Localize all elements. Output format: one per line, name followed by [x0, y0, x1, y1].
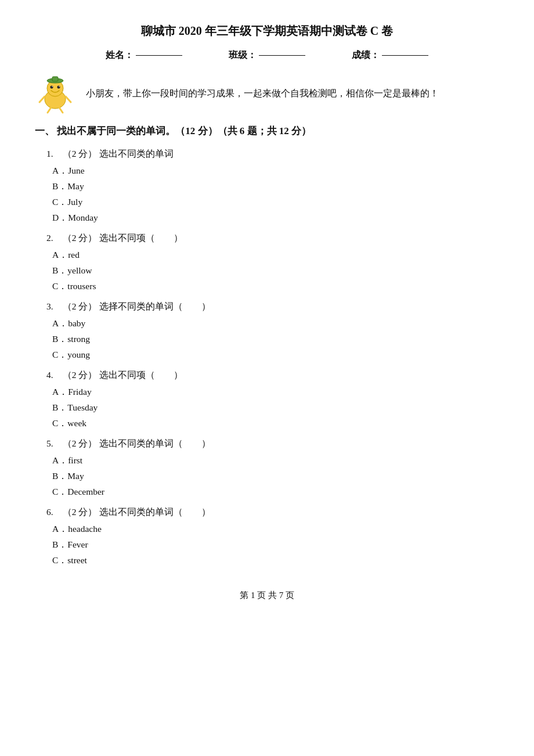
question-6-option-3: C．street — [52, 555, 499, 567]
question-5-option-3: C．December — [52, 486, 499, 498]
question-1: 1. （2 分） 选出不同类的单词A．JuneB．MayC．JulyD．Mond… — [46, 148, 499, 224]
class-field: 班级： — [229, 49, 305, 62]
mascot-row: 小朋友，带上你一段时间的学习成果，一起来做个自我检测吧，相信你一定是最棒的！ — [35, 73, 499, 114]
name-field: 姓名： — [106, 49, 182, 62]
name-label: 姓名： — [106, 49, 134, 62]
question-5-option-1: A．first — [52, 455, 499, 467]
intro-text: 小朋友，带上你一段时间的学习成果，一起来做个自我检测吧，相信你一定是最棒的！ — [86, 88, 439, 100]
page-footer: 第 1 页 共 7 页 — [35, 590, 499, 601]
name-underline — [136, 55, 182, 56]
svg-point-4 — [50, 86, 53, 89]
score-field: 成绩： — [352, 49, 428, 62]
question-1-option-2: B．May — [52, 181, 499, 193]
questions-container: 1. （2 分） 选出不同类的单词A．JuneB．MayC．JulyD．Mond… — [35, 148, 499, 567]
svg-point-7 — [59, 86, 60, 87]
section1-header: 一、 找出不属于同一类的单词。（12 分）（共 6 题；共 12 分） — [35, 124, 499, 138]
score-label: 成绩： — [352, 49, 380, 62]
svg-rect-3 — [52, 77, 58, 81]
question-2-option-3: C．trousers — [52, 280, 499, 293]
question-2: 2. （2 分） 选出不同项（ ）A．redB．yellowC．trousers — [46, 232, 499, 293]
question-4: 4. （2 分） 选出不同项（ ）A．FridayB．TuesdayC．week — [46, 369, 499, 430]
svg-line-8 — [39, 96, 45, 102]
question-5-option-2: B．May — [52, 470, 499, 483]
question-4-option-3: C．week — [52, 417, 499, 430]
question-3-option-1: A．baby — [52, 318, 499, 330]
question-6-option-1: A．headache — [52, 523, 499, 535]
svg-point-6 — [52, 86, 53, 87]
question-1-title: 1. （2 分） 选出不同类的单词 — [46, 148, 499, 160]
info-row: 姓名： 班级： 成绩： — [35, 49, 499, 62]
question-1-option-3: C．July — [52, 196, 499, 208]
question-6-title: 6. （2 分） 选出不同类的单词（ ） — [46, 506, 499, 519]
question-2-title: 2. （2 分） 选出不同项（ ） — [46, 232, 499, 244]
score-underline — [382, 55, 428, 56]
svg-line-10 — [48, 107, 51, 113]
mascot-image — [35, 73, 75, 114]
question-4-title: 4. （2 分） 选出不同项（ ） — [46, 369, 499, 381]
question-5: 5. （2 分） 选出不同类的单词（ ）A．firstB．MayC．Decemb… — [46, 438, 499, 498]
question-3: 3. （2 分） 选择不同类的单词（ ）A．babyB．strongC．youn… — [46, 301, 499, 361]
question-2-option-1: A．red — [52, 249, 499, 261]
mascot-svg — [35, 73, 75, 114]
question-1-option-1: A．June — [52, 165, 499, 177]
question-3-option-3: C．young — [52, 349, 499, 361]
question-5-title: 5. （2 分） 选出不同类的单词（ ） — [46, 438, 499, 450]
svg-point-5 — [57, 86, 60, 89]
question-2-option-2: B．yellow — [52, 265, 499, 277]
svg-line-11 — [59, 107, 63, 113]
page-title: 聊城市 2020 年三年级下学期英语期中测试卷 C 卷 — [35, 23, 499, 39]
question-1-option-4: D．Monday — [52, 212, 499, 224]
class-underline — [259, 55, 305, 56]
svg-line-9 — [66, 96, 71, 102]
question-3-option-2: B．strong — [52, 333, 499, 345]
question-6: 6. （2 分） 选出不同类的单词（ ）A．headacheB．FeverC．s… — [46, 506, 499, 567]
class-label: 班级： — [229, 49, 257, 62]
question-3-title: 3. （2 分） 选择不同类的单词（ ） — [46, 301, 499, 313]
question-4-option-1: A．Friday — [52, 386, 499, 398]
question-4-option-2: B．Tuesday — [52, 402, 499, 414]
question-6-option-2: B．Fever — [52, 539, 499, 551]
